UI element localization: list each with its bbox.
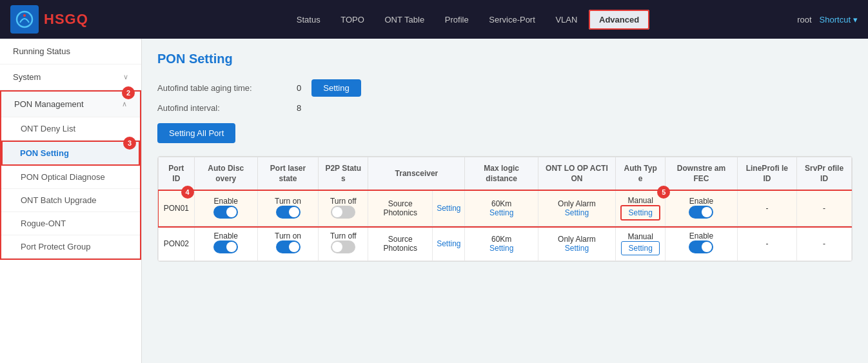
p2p-label: Turn off: [322, 197, 364, 206]
cell-loop-action: Only Alarm Setting: [538, 191, 615, 226]
cell-p2p: Turn off: [319, 191, 368, 226]
chevron-down-icon: ▾: [853, 15, 858, 25]
p2p-toggle-2[interactable]: [331, 240, 355, 253]
auth-type-value: Manual: [620, 196, 661, 205]
cell-laser-2: Turn on: [257, 226, 318, 261]
cell-transceiver-setting[interactable]: Setting: [433, 191, 465, 226]
col-auth-type: Auth Typ e: [615, 157, 665, 191]
auth-type-value-2: Manual: [620, 232, 661, 241]
laser-toggle-2[interactable]: [276, 240, 301, 253]
sidebar-sub-rogue-ont[interactable]: Rogue-ONT: [1, 212, 140, 235]
downstream-label: Enable: [669, 197, 733, 206]
table-row: PON01 4 Enable Turn on: [159, 191, 852, 226]
p2p-toggle[interactable]: [331, 206, 355, 219]
sidebar-item-system[interactable]: System ∨: [0, 64, 141, 90]
cell-auto-disc-2: Enable: [194, 226, 257, 261]
max-dist-setting-link[interactable]: Setting: [489, 208, 513, 217]
laser-label: Turn on: [262, 197, 314, 206]
cell-line-profile-2: -: [737, 226, 797, 261]
cell-max-dist-2: 60Km Setting: [465, 226, 538, 261]
max-dist-setting-link-2[interactable]: Setting: [489, 244, 513, 253]
col-max-dist: Max logic distance: [465, 157, 538, 191]
auto-disc-label-2: Enable: [199, 231, 253, 240]
auth-setting-button-2[interactable]: Setting: [621, 241, 659, 255]
sidebar-sub-port-protect[interactable]: Port Protect Group: [1, 235, 140, 259]
nav-service-port[interactable]: Service-Port: [480, 11, 544, 28]
page-title: PON Setting: [157, 52, 853, 66]
nav-status[interactable]: Status: [288, 11, 330, 28]
cell-downstream: Enable: [666, 191, 737, 226]
info-row-aging: Autofind table aging time: 0 Setting: [157, 79, 853, 97]
cell-max-dist: 60Km Setting: [465, 191, 538, 226]
downstream-toggle-2[interactable]: [689, 240, 713, 253]
nav-topo[interactable]: TOPO: [331, 11, 373, 28]
loop-setting-link[interactable]: Setting: [565, 208, 589, 217]
chevron-down-icon: ∨: [123, 73, 128, 81]
nav-menu: Status TOPO ONT Table Profile Service-Po…: [153, 15, 784, 25]
info-grid: Autofind table aging time: 0 Setting Aut…: [157, 79, 853, 113]
cell-port-id-2: PON02: [159, 226, 195, 261]
badge-2: 2: [122, 86, 135, 99]
transceiver-setting-link[interactable]: Setting: [437, 204, 460, 213]
sidebar-sub-pon-optical[interactable]: PON Optical Diagnose: [1, 166, 140, 189]
autofind-aging-value: 0: [297, 83, 301, 93]
sidebar-sub-ont-deny-list[interactable]: ONT Deny List: [1, 117, 140, 141]
sidebar-sub-ont-batch[interactable]: ONT Batch Upgrade: [1, 189, 140, 212]
nav-advanced[interactable]: Advanced: [589, 10, 649, 30]
setting-all-port-button[interactable]: Setting All Port: [157, 123, 235, 143]
downstream-toggle[interactable]: [689, 206, 713, 219]
nav-profile[interactable]: Profile: [436, 11, 478, 28]
downstream-label-2: Enable: [669, 231, 733, 240]
nav-vlan[interactable]: VLAN: [546, 11, 586, 28]
cell-transceiver-setting-2[interactable]: Setting: [433, 226, 465, 261]
svg-point-1: [23, 14, 26, 17]
col-srv-profile: SrvPr ofile ID: [797, 157, 852, 191]
advanced-nav-container: Status TOPO ONT Table Profile Service-Po…: [288, 15, 649, 25]
max-dist-value-2: 60Km: [469, 235, 533, 244]
logo-icon: [10, 5, 39, 34]
col-auto-disc: Auto Disc overy: [194, 157, 257, 191]
col-port-laser: Port laser state: [257, 157, 318, 191]
pon-table: Port ID Auto Disc overy Port laser state…: [157, 156, 853, 262]
logo-area: HSGQ: [10, 5, 88, 34]
sidebar-item-pon-management[interactable]: PON Management ∧ 2: [1, 92, 140, 117]
cell-loop-action-2: Only Alarm Setting: [538, 226, 615, 261]
cell-srv-profile: -: [797, 191, 852, 226]
autofind-interval-value: 8: [297, 103, 301, 113]
loop-action-value: Only Alarm: [542, 199, 611, 208]
col-downstream: Downstre am FEC: [666, 157, 737, 191]
cell-line-profile: -: [737, 191, 797, 226]
chevron-up-icon: ∧: [122, 100, 127, 108]
layout: Running Status System ∨ PON Management ∧…: [0, 39, 868, 363]
info-row-interval: Autofind interval: 8: [157, 103, 853, 113]
setting-button[interactable]: Setting: [311, 79, 360, 97]
cell-downstream-2: Enable: [666, 226, 737, 261]
laser-toggle[interactable]: [276, 206, 301, 219]
sidebar-item-running-status[interactable]: Running Status: [0, 39, 141, 64]
max-dist-value: 60Km: [469, 199, 533, 208]
cell-auto-disc: Enable: [194, 191, 257, 226]
shortcut-button[interactable]: Shortcut ▾: [820, 15, 858, 25]
auto-disc-label: Enable: [199, 197, 253, 206]
col-loop-action: ONT LO OP ACTI ON: [538, 157, 615, 191]
transceiver-setting-link-2[interactable]: Setting: [437, 239, 460, 248]
auto-disc-toggle[interactable]: [213, 206, 238, 219]
pon-management-section: PON Management ∧ 2 ONT Deny List PON Set…: [0, 90, 141, 260]
shortcut-label: Shortcut: [820, 15, 851, 25]
col-line-profile: LineProfi le ID: [737, 157, 797, 191]
auth-setting-button-highlighted[interactable]: Setting 5: [620, 205, 660, 221]
cell-p2p-2: Turn off: [319, 226, 368, 261]
loop-setting-link-2[interactable]: Setting: [565, 244, 589, 253]
sidebar-sub-pon-setting[interactable]: PON Setting 3: [3, 142, 139, 164]
auto-disc-toggle-2[interactable]: [213, 240, 238, 253]
header: HSGQ Status TOPO ONT Table Profile Servi…: [0, 0, 868, 39]
badge-4: 4: [181, 186, 194, 199]
nav-ont-table[interactable]: ONT Table: [376, 11, 434, 28]
cell-port-id: PON01 4: [159, 191, 195, 226]
cell-transceiver-name: Source Photonics: [368, 191, 433, 226]
logo-text: HSGQ: [44, 11, 88, 28]
pon-settings-table: Port ID Auto Disc overy Port laser state…: [158, 157, 852, 261]
user-label: root: [797, 15, 811, 25]
col-p2p: P2P Statu s: [319, 157, 368, 191]
cell-auth-type: Manual Setting 5: [615, 191, 665, 226]
